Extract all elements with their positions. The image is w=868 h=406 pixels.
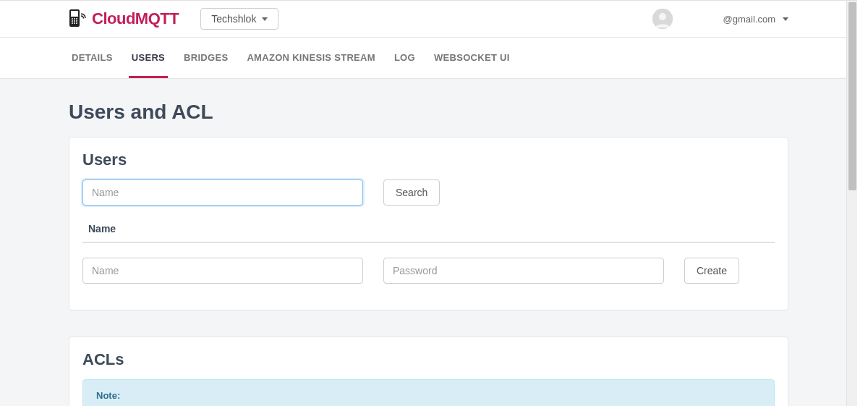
svg-point-9 [74, 22, 75, 24]
users-card: Users Search Name Create [69, 137, 788, 310]
tab-log[interactable]: LOG [391, 38, 418, 78]
chevron-down-icon [783, 17, 788, 21]
search-button[interactable]: Search [383, 179, 440, 206]
svg-rect-1 [71, 11, 78, 17]
tabs-bar: DETAILS USERS BRIDGES AMAZON KINESIS STR… [0, 38, 857, 79]
scrollbar-thumb[interactable] [848, 2, 856, 190]
create-name-input[interactable] [82, 258, 363, 284]
acls-card: ACLs Note: There are two types of ACL ru… [69, 337, 788, 406]
tab-amazon-kinesis[interactable]: AMAZON KINESIS STREAM [244, 38, 378, 78]
mqtt-logo-icon [69, 8, 88, 30]
svg-point-3 [74, 18, 75, 20]
content-area: Users and ACL Users Search Name Create A… [0, 79, 857, 406]
tab-details[interactable]: DETAILS [69, 38, 116, 78]
avatar[interactable] [652, 9, 673, 29]
create-password-input[interactable] [383, 258, 664, 284]
svg-point-8 [72, 22, 73, 24]
scrollbar-vertical[interactable] [846, 1, 857, 406]
column-name: Name [88, 223, 116, 234]
instance-selector[interactable]: Techshlok [200, 8, 278, 30]
create-button[interactable]: Create [684, 258, 739, 284]
note-heading: Note: [96, 390, 761, 401]
note-bullet: There are two types of ACL rules, topic … [116, 402, 761, 406]
svg-point-4 [76, 18, 77, 20]
users-card-title: Users [82, 151, 775, 169]
tab-bridges[interactable]: BRIDGES [181, 38, 231, 78]
brand-name: CloudMQTT [92, 9, 179, 28]
brand-logo[interactable]: CloudMQTT [69, 8, 179, 30]
tab-users[interactable]: USERS [129, 38, 168, 78]
svg-point-10 [76, 22, 77, 24]
tab-websocket-ui[interactable]: WEBSOCKET UI [431, 38, 513, 78]
top-bar: CloudMQTT Techshlok @gmail.com [0, 1, 857, 38]
svg-point-2 [72, 18, 73, 20]
user-email: @gmail.com [723, 14, 775, 25]
users-table-header: Name [82, 216, 775, 243]
page-title: Users and ACL [69, 101, 788, 124]
svg-point-12 [659, 13, 666, 20]
svg-point-5 [72, 20, 73, 22]
instance-label: Techshlok [211, 13, 256, 25]
user-menu[interactable]: @gmail.com [723, 14, 788, 25]
acls-note: Note: There are two types of ACL rules, … [82, 379, 775, 406]
chevron-down-icon [262, 17, 268, 21]
svg-point-6 [74, 20, 75, 22]
svg-point-7 [76, 20, 77, 22]
search-name-input[interactable] [82, 179, 363, 206]
acls-card-title: ACLs [82, 350, 775, 369]
